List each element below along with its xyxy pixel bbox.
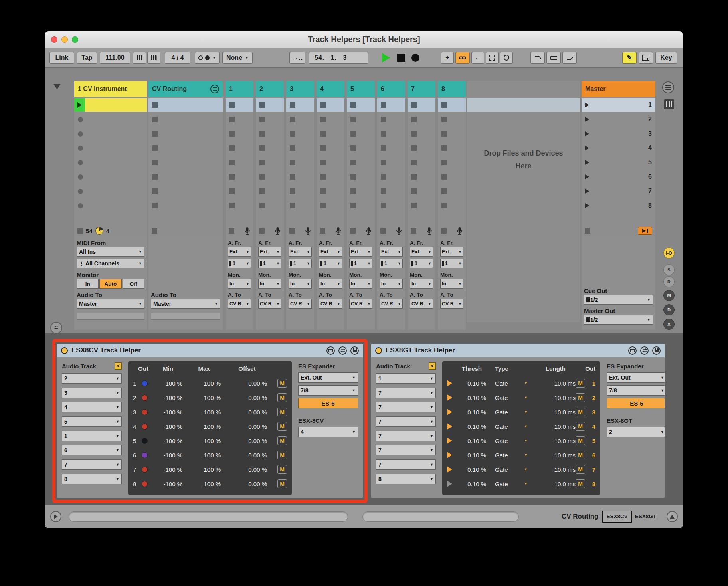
monitor-select[interactable]: In▼ xyxy=(258,279,281,289)
mute-button[interactable]: M xyxy=(576,393,585,402)
audio-from-select[interactable]: Ext.▼ xyxy=(380,247,403,257)
clip-slot-empty[interactable] xyxy=(74,184,147,198)
mixer-toggle-s[interactable]: S xyxy=(663,264,675,275)
ramp-mode-button[interactable] xyxy=(562,52,577,64)
re-enable-automation-button[interactable]: ← xyxy=(471,52,484,64)
clip-stop-slot[interactable] xyxy=(317,156,344,169)
monitor-select[interactable]: In▼ xyxy=(349,279,372,289)
threshold-value[interactable]: 0.10 % xyxy=(457,394,486,401)
nudge-up-button[interactable] xyxy=(147,52,160,64)
max-value[interactable]: 100 % xyxy=(187,466,221,473)
audio-to-select[interactable]: CV R▼ xyxy=(289,299,312,309)
audio-track-select[interactable]: 8▼ xyxy=(62,474,122,484)
length-value[interactable]: 10.0 ms xyxy=(536,438,576,444)
device-title-bar[interactable]: ESX8CV Track Helper xyxy=(57,344,363,357)
audio-to-select[interactable]: CV R▼ xyxy=(380,299,403,309)
mute-button[interactable]: M xyxy=(277,436,287,445)
threshold-value[interactable]: 0.10 % xyxy=(457,466,486,473)
clip-stop-slot[interactable] xyxy=(148,156,223,169)
input-channel-select[interactable]: 1▼ xyxy=(319,259,342,268)
monitor-select[interactable]: In▼ xyxy=(228,279,251,289)
minimize-window-icon[interactable] xyxy=(61,36,68,43)
link-button[interactable]: Link xyxy=(49,52,74,64)
audio-to-select[interactable]: CV R▼ xyxy=(228,299,251,309)
clip-stop-slot[interactable] xyxy=(148,170,223,184)
monitor-auto-button[interactable]: Auto xyxy=(99,279,121,289)
play-button[interactable] xyxy=(382,53,390,63)
scene-slot-1[interactable]: 1 xyxy=(582,98,655,112)
track-stop-button[interactable] xyxy=(320,228,325,234)
clip-stop-slot[interactable] xyxy=(377,141,405,155)
mute-button[interactable]: M xyxy=(277,479,287,488)
clip-stop-slot[interactable] xyxy=(256,199,284,212)
audio-to-select[interactable]: CV R▼ xyxy=(440,299,463,309)
cue-out-select[interactable]: 1/2▼ xyxy=(584,295,653,305)
clip-stop-slot[interactable] xyxy=(438,156,466,169)
input-channel-select[interactable]: 1▼ xyxy=(289,259,312,268)
clip-stop-slot[interactable] xyxy=(148,141,223,155)
loop-button[interactable] xyxy=(546,52,561,64)
clip-stop-slot[interactable] xyxy=(377,199,405,212)
audio-track-select[interactable]: 7▼ xyxy=(376,431,436,441)
clip-stop-slot[interactable] xyxy=(148,113,223,126)
monitor-off-button[interactable]: Off xyxy=(123,279,144,289)
preview-play-button[interactable] xyxy=(447,394,457,401)
audio-track-select[interactable]: 2▼ xyxy=(62,373,122,384)
clip-stop-slot[interactable] xyxy=(438,127,466,141)
clip-stop-slot[interactable] xyxy=(408,199,435,212)
track-header-cv-routing[interactable]: CV Routing xyxy=(148,81,223,97)
type-select[interactable]: Gate▼ xyxy=(491,452,529,459)
clip-stop-slot[interactable] xyxy=(317,184,344,198)
clip-stop-slot[interactable] xyxy=(438,141,466,155)
scene-slot-6[interactable]: 6 xyxy=(582,170,655,184)
save-preset-icon[interactable] xyxy=(350,346,359,355)
clip-stop-slot[interactable] xyxy=(286,127,314,141)
type-select[interactable]: Gate▼ xyxy=(491,409,529,416)
min-value[interactable]: -100 % xyxy=(154,380,182,387)
clip-stop-slot[interactable] xyxy=(377,98,405,112)
tab-esx8gt[interactable]: ESX8GT xyxy=(632,511,659,523)
offset-value[interactable]: 0.00 % xyxy=(227,380,267,387)
track-header-master[interactable]: Master xyxy=(582,81,655,97)
threshold-value[interactable]: 0.10 % xyxy=(457,452,486,459)
mute-button[interactable]: M xyxy=(576,436,585,445)
threshold-value[interactable]: 0.10 % xyxy=(457,380,486,387)
input-channel-select[interactable]: 1▼ xyxy=(258,259,281,268)
track-header-cv-instrument[interactable]: 1 CV Instrument xyxy=(74,81,147,97)
detail-view-toggle-left-icon[interactable] xyxy=(50,511,61,522)
mixer-toggle-x[interactable]: X xyxy=(663,319,675,330)
clip-stop-slot[interactable] xyxy=(286,199,314,212)
clip-stop-slot[interactable] xyxy=(317,141,344,155)
type-select[interactable]: Gate▼ xyxy=(491,481,529,487)
clip-stop-slot[interactable] xyxy=(256,170,284,184)
clip-stop-slot[interactable] xyxy=(226,184,253,198)
hot-swap-icon[interactable] xyxy=(640,346,649,355)
clip-stop-slot[interactable] xyxy=(256,141,284,155)
type-select[interactable]: Gate▼ xyxy=(491,423,529,430)
scene-slot-3[interactable]: 3 xyxy=(582,127,655,141)
channel-color-dot[interactable] xyxy=(142,438,148,444)
audio-to-select[interactable]: Master▼ xyxy=(77,299,144,309)
close-window-icon[interactable] xyxy=(51,36,57,43)
max-value[interactable]: 100 % xyxy=(187,481,221,487)
clip-play-button[interactable] xyxy=(74,98,85,112)
max-value[interactable]: 100 % xyxy=(187,394,221,401)
offset-value[interactable]: 0.00 % xyxy=(227,452,267,459)
time-signature-field[interactable]: 4 / 4 xyxy=(165,52,190,64)
monitor-select[interactable]: In▼ xyxy=(319,279,342,289)
clip-stop-slot[interactable] xyxy=(317,170,344,184)
max-value[interactable]: 100 % xyxy=(187,452,221,459)
offset-value[interactable]: 0.00 % xyxy=(227,423,267,430)
audio-track-select[interactable]: 7▼ xyxy=(376,388,436,398)
clip-stop-slot[interactable] xyxy=(408,127,435,141)
track-stop-button[interactable] xyxy=(229,228,234,234)
channel-color-dot[interactable] xyxy=(142,452,148,458)
overdub-button[interactable]: + xyxy=(441,52,454,64)
type-select[interactable]: Gate▼ xyxy=(491,394,529,401)
min-value[interactable]: -100 % xyxy=(154,481,182,487)
arrangement-position-field[interactable]: 54. 1. 3 xyxy=(309,52,368,64)
clip-stop-slot[interactable] xyxy=(256,98,284,112)
track-stop-button[interactable] xyxy=(259,228,265,234)
audio-from-select[interactable]: Ext.▼ xyxy=(258,247,281,257)
mute-button[interactable]: M xyxy=(576,408,585,416)
